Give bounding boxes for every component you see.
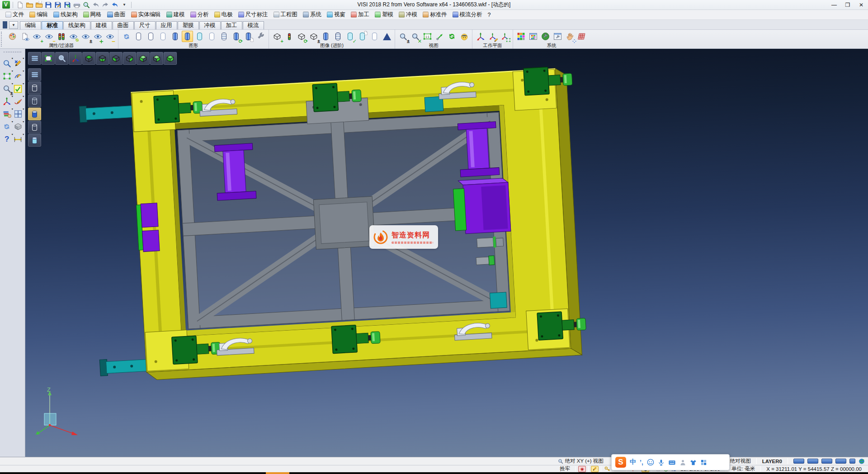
view-menu-icon[interactable] [28,52,41,65]
hidden-dashed-mode-icon[interactable] [157,31,169,42]
adv-verified-icon[interactable]: ✓ [344,31,356,42]
toggle-visibility-icon[interactable]: ± [80,31,91,42]
color-swatch[interactable] [821,459,832,464]
ime-punctuation-toggle[interactable]: ’, [640,459,643,466]
tab-dimension[interactable]: 尺寸 [134,21,156,29]
hatch-mode-icon[interactable] [218,31,230,42]
refresh-icon[interactable] [2,122,12,132]
render-face-icon[interactable] [458,31,470,42]
menu-item-die[interactable]: 冲模 [397,10,420,19]
system-tools-icon[interactable] [540,31,551,42]
zoom-solid-icon[interactable]: ± [2,84,12,94]
ime-language-toggle[interactable]: 中 [630,458,636,466]
menu-item-analysis[interactable]: 分析 [189,10,212,19]
ime-account-icon[interactable] [679,459,686,466]
view-cube-iso-icon[interactable] [164,52,177,65]
adv-solid-icon[interactable] [320,31,331,42]
solid-cube-icon[interactable] [13,122,23,132]
confirm-check-icon[interactable] [13,84,23,94]
color-swatch[interactable] [849,459,855,464]
filter-traffic-icon[interactable] [56,31,67,42]
layout-window-icon[interactable] [13,109,23,119]
view-cube-front-icon[interactable] [137,52,150,65]
active-layer-label[interactable]: LAYER0 [759,459,785,464]
spline-edit-icon[interactable] [13,96,23,107]
adv-add-icon[interactable]: + [271,31,283,42]
ghost-mode-icon[interactable] [206,31,217,42]
regenerate-icon[interactable] [121,31,132,42]
toolbar-grip[interactable] [1,32,4,47]
minimize-button[interactable]: — [827,0,841,9]
view-cube-top-icon[interactable] [82,52,95,65]
tab-surface[interactable]: 曲面 [113,21,134,29]
record-mode-icon[interactable]: ◉ [578,466,586,472]
save-as-icon[interactable] [54,1,62,9]
show-all-icon[interactable]: ＋ [92,31,104,42]
history-icon[interactable] [111,1,119,9]
view-zoom-icon[interactable] [55,52,68,65]
tab-machining[interactable]: 加工 [221,21,242,29]
workplane-axis-icon[interactable] [475,31,486,42]
menu-item-machining[interactable]: 加工 [349,10,372,19]
tab-edit[interactable]: 编辑 [20,21,41,29]
menu-item-edit[interactable]: 编辑 [28,10,51,19]
ime-toolbox-icon[interactable] [700,459,707,466]
shade-refresh-icon[interactable]: ⟳ [231,31,242,42]
show-entities-icon[interactable]: + [31,31,42,42]
render-shaded-edges-icon[interactable] [28,121,41,133]
ime-logo[interactable]: S [615,457,626,468]
ime-keyboard-icon[interactable] [668,459,676,466]
help-icon[interactable]: ? [2,134,12,145]
adv-wire-icon[interactable] [369,31,380,42]
menu-item-help[interactable]: ? [486,11,494,19]
menu-item-dimension[interactable]: 尺寸标注 [236,10,271,19]
delete-sketch-icon[interactable] [13,58,23,69]
hide-all-icon[interactable]: － [104,31,116,42]
visibility-doc-icon[interactable] [19,31,30,42]
snap-lock-label[interactable]: 拴牢 [557,465,573,472]
view-cube-back-icon[interactable] [150,52,163,65]
access-key-icon[interactable] [604,466,611,472]
menu-item-system[interactable]: 系统 [301,10,324,19]
view-axis-icon[interactable] [69,52,82,65]
tab-dropdown-button[interactable]: ▼ [9,21,18,29]
view-cube-bottom-icon[interactable] [96,52,109,65]
globe-icon[interactable] [859,458,865,465]
select-hand-icon[interactable]: ⁘ [564,31,576,42]
hidden-line-mode-icon[interactable] [145,31,156,42]
zoom-one-to-one-icon[interactable]: 1:1 [422,31,433,42]
tab-standard[interactable]: 标准 [42,21,63,29]
ime-skin-icon[interactable] [690,459,697,466]
graphics-settings-icon[interactable] [255,31,266,42]
print-icon[interactable] [73,1,81,9]
tab-wireframe[interactable]: 线架构 [63,21,90,29]
shaded-edges-mode-icon[interactable] [182,31,193,42]
shade-copy-icon[interactable] [243,31,254,42]
view-cube-left-icon[interactable] [109,52,123,65]
tab-apply[interactable]: 应用 [156,21,177,29]
view-cube-right-icon[interactable] [123,52,136,65]
ime-voice-icon[interactable] [658,459,665,466]
view-zoom-icon[interactable] [2,58,12,69]
palette-filter-icon[interactable] [7,31,18,42]
workplane-align-icon[interactable] [499,31,510,42]
viewport-3d-canvas[interactable]: 智造资料网 Z [25,49,868,457]
menu-item-file[interactable]: 文件 [4,10,27,19]
edit-mode-icon[interactable] [591,466,599,472]
attributes-icon[interactable] [2,109,12,119]
wireframe-mode-icon[interactable] [133,31,144,42]
adv-striped-icon[interactable] [332,31,344,42]
adv-filter-icon[interactable] [283,31,295,42]
adv-page-icon[interactable] [357,31,368,42]
transparent-mode-icon[interactable] [194,31,205,42]
save-icon[interactable] [44,1,52,9]
grid-settings-icon[interactable] [576,31,588,42]
render-transparent-icon[interactable] [28,134,41,147]
tab-flow[interactable]: 模流 [243,21,264,29]
pan-icon[interactable] [434,31,445,42]
ime-emoji-icon[interactable] [647,459,654,466]
menu-item-electrode[interactable]: 电极 [212,10,236,19]
palette-grip[interactable] [4,52,21,54]
zoom-window-icon[interactable]: ✕ [410,31,421,42]
view-plane-icon[interactable] [42,52,55,65]
